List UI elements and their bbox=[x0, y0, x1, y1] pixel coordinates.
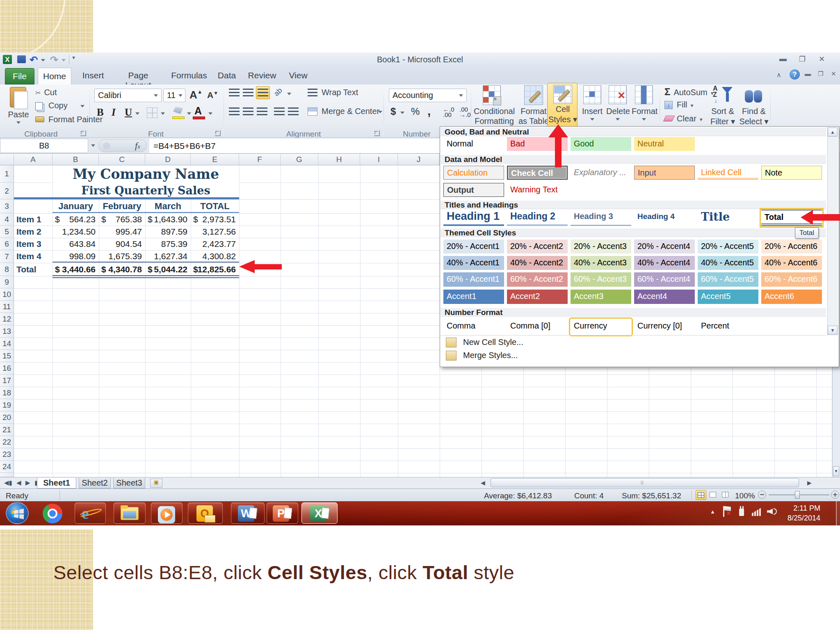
cell-style-Accent5[interactable]: Accent5 bbox=[698, 290, 758, 304]
border-icon[interactable] bbox=[147, 107, 158, 118]
select-all-corner[interactable] bbox=[0, 154, 14, 165]
zoom-level[interactable]: 100% bbox=[735, 491, 755, 500]
cell-style-Note[interactable]: Note bbox=[761, 166, 822, 180]
ie-taskbar-button[interactable]: e bbox=[75, 502, 106, 524]
help-icon[interactable]: ? bbox=[790, 69, 800, 80]
increase-decimal-icon[interactable]: ←.0.00 bbox=[443, 107, 454, 117]
cell-style-Check Cell[interactable]: Check Cell bbox=[507, 166, 568, 180]
cell-style-Good[interactable]: Good bbox=[571, 137, 631, 151]
cell-style-20% - Accent5[interactable]: 20% - Accent5 bbox=[698, 240, 758, 253]
chrome-icon[interactable] bbox=[43, 504, 62, 523]
gallery-scrollbar[interactable] bbox=[827, 127, 838, 336]
font-color-icon[interactable]: A bbox=[194, 105, 202, 117]
vscroll-down-icon[interactable]: ▼ bbox=[833, 466, 839, 476]
tray-volume-icon[interactable] bbox=[767, 507, 778, 516]
middle-align-icon[interactable] bbox=[243, 89, 253, 97]
tab-formulas[interactable]: Formulas bbox=[171, 71, 208, 80]
sheet-tab-sheet2[interactable]: Sheet2 bbox=[79, 478, 111, 488]
copy-button[interactable]: Copy bbox=[35, 101, 68, 110]
cell-style-Warning Text[interactable]: Warning Text bbox=[507, 183, 568, 197]
cell-style-20% - Accent4[interactable]: 20% - Accent4 bbox=[634, 240, 695, 253]
row-header-12[interactable]: 12 bbox=[0, 313, 14, 325]
autosum-button[interactable]: ΣAutoSum▾ bbox=[664, 86, 714, 98]
maximize-button[interactable]: ❐ bbox=[799, 55, 806, 64]
column-header-D[interactable]: D bbox=[145, 154, 191, 165]
cell-style-Heading 2[interactable]: Heading 2 bbox=[507, 210, 568, 226]
cell-style-Accent6[interactable]: Accent6 bbox=[761, 290, 822, 304]
name-box[interactable]: B8 bbox=[0, 139, 88, 153]
align-center-icon[interactable] bbox=[243, 107, 253, 116]
comma-icon[interactable]: , bbox=[427, 104, 431, 118]
cell-style-Currency [0][interactable]: Currency [0] bbox=[634, 319, 695, 335]
row-header-6[interactable]: 6 bbox=[0, 238, 14, 250]
undo-icon[interactable]: ↶ bbox=[30, 54, 40, 64]
cell-style-Title[interactable]: Title bbox=[698, 210, 758, 226]
row-header-1[interactable]: 1 bbox=[0, 165, 14, 183]
cell-style-Calculation[interactable]: Calculation bbox=[443, 166, 504, 180]
zoom-slider-thumb[interactable] bbox=[795, 491, 800, 499]
cell-style-Input[interactable]: Input bbox=[634, 166, 695, 180]
cell-style-Heading 3[interactable]: Heading 3 bbox=[571, 210, 631, 226]
row-header-10[interactable]: 10 bbox=[0, 288, 14, 301]
name-box-dropdown-icon[interactable] bbox=[91, 144, 95, 147]
close-button[interactable]: ✕ bbox=[819, 55, 825, 64]
cell-style-Heading 4[interactable]: Heading 4 bbox=[634, 210, 695, 226]
row-header-14[interactable]: 14 bbox=[0, 338, 14, 350]
normal-view-button[interactable] bbox=[696, 490, 706, 500]
gallery-scroll-down-icon[interactable]: ▼ bbox=[828, 326, 838, 335]
minimize-button[interactable]: ▬ bbox=[779, 55, 787, 63]
column-header-C[interactable]: C bbox=[99, 154, 145, 165]
alignment-dialog-launcher[interactable] bbox=[374, 130, 380, 136]
font-dialog-launcher[interactable] bbox=[215, 130, 221, 136]
row-header-18[interactable]: 18 bbox=[0, 387, 14, 399]
cell-style-Comma[interactable]: Comma bbox=[443, 319, 504, 335]
row-header-24[interactable]: 24 bbox=[0, 461, 14, 473]
cell-style-Output[interactable]: Output bbox=[443, 183, 504, 197]
hscroll-left-icon[interactable]: ◀ bbox=[481, 479, 485, 486]
gallery-menu-Merge Styles...[interactable]: Merge Styles... bbox=[463, 351, 518, 360]
row-header-23[interactable]: 23 bbox=[0, 448, 14, 461]
wrap-text-button[interactable]: Wrap Text bbox=[308, 88, 358, 97]
row-header-25[interactable] bbox=[0, 473, 14, 477]
row-header-8[interactable]: 8 bbox=[0, 263, 14, 276]
save-icon[interactable] bbox=[17, 55, 26, 63]
cell-style-60% - Accent1[interactable]: 60% - Accent1 bbox=[443, 272, 504, 287]
column-header-A[interactable]: A bbox=[14, 154, 52, 165]
tab-view[interactable]: View bbox=[288, 71, 308, 80]
border-dropdown-icon[interactable] bbox=[161, 112, 165, 115]
column-header-E[interactable]: E bbox=[191, 154, 239, 165]
next-sheet-icon[interactable]: ▶ bbox=[25, 479, 30, 486]
cell-style-20% - Accent3[interactable]: 20% - Accent3 bbox=[571, 240, 631, 253]
italic-button[interactable]: I bbox=[112, 107, 116, 118]
workbook-restore-icon[interactable]: ❐ bbox=[818, 70, 823, 78]
row-header-9[interactable]: 9 bbox=[0, 276, 14, 288]
row-header-20[interactable]: 20 bbox=[0, 411, 14, 424]
row-header-15[interactable]: 15 bbox=[0, 350, 14, 362]
workbook-minimize-icon[interactable]: ▬ bbox=[805, 70, 811, 77]
zoom-out-icon[interactable]: − bbox=[758, 491, 766, 499]
font-family-select[interactable]: Calibri bbox=[94, 89, 162, 102]
cell-style-20% - Accent6[interactable]: 20% - Accent6 bbox=[761, 240, 822, 253]
column-header-H[interactable]: H bbox=[318, 154, 360, 165]
align-right-icon[interactable] bbox=[257, 107, 267, 116]
insert-worksheet-icon[interactable]: ▣ bbox=[150, 479, 162, 488]
align-left-icon[interactable] bbox=[229, 107, 240, 116]
tray-show-hidden-icon[interactable]: ▲ bbox=[710, 509, 715, 515]
powerpoint-taskbar-button[interactable]: P bbox=[267, 502, 298, 524]
cell-style-Comma [0][interactable]: Comma [0] bbox=[507, 319, 568, 335]
cell-style-40% - Accent5[interactable]: 40% - Accent5 bbox=[698, 256, 758, 270]
fill-button[interactable]: ↓Fill▾ bbox=[664, 100, 694, 110]
cell-style-Percent[interactable]: Percent bbox=[698, 319, 758, 335]
sheet-tab-sheet1[interactable]: Sheet1 bbox=[37, 478, 76, 488]
cell-style-40% - Accent2[interactable]: 40% - Accent2 bbox=[507, 256, 568, 270]
orientation-dropdown-icon[interactable] bbox=[287, 93, 291, 95]
cell-style-Normal[interactable]: Normal bbox=[443, 137, 504, 151]
row-header-21[interactable]: 21 bbox=[0, 424, 14, 436]
start-button[interactable] bbox=[6, 502, 29, 524]
qat-customize-icon[interactable]: ▾ bbox=[72, 54, 75, 61]
row-header-7[interactable]: 7 bbox=[0, 250, 14, 263]
cell-style-40% - Accent1[interactable]: 40% - Accent1 bbox=[443, 256, 504, 270]
cut-button[interactable]: ✂Cut bbox=[35, 88, 57, 97]
font-size-select[interactable]: 11 bbox=[163, 89, 185, 102]
tab-insert[interactable]: Insert bbox=[81, 71, 105, 80]
